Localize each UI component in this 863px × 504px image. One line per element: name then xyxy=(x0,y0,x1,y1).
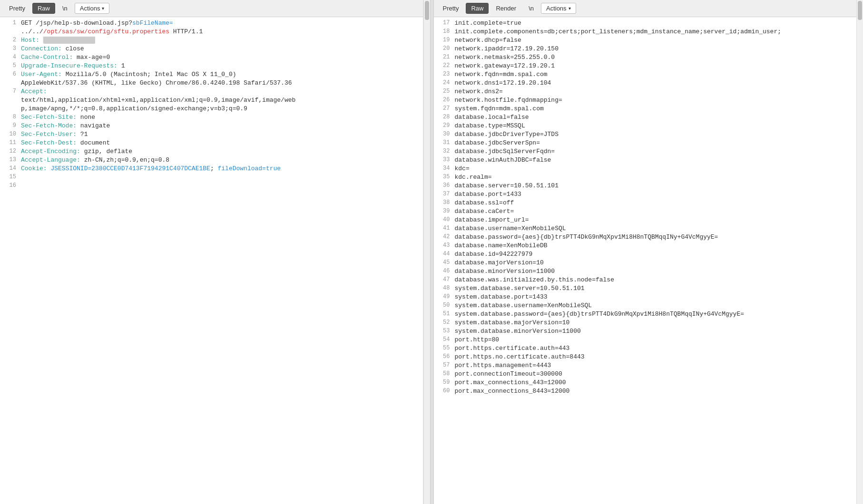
line-number: 5 xyxy=(2,62,16,69)
line-content: database.caCert= xyxy=(455,207,855,216)
table-row: p,image/apng,*/*;q=0.8,application/signe… xyxy=(0,105,423,113)
line-number: 13 xyxy=(2,156,16,163)
line-content: port.http=80 xyxy=(455,336,855,344)
table-row: 55port.https.certificate.auth=443 xyxy=(434,344,857,353)
line-number: 8 xyxy=(2,113,16,120)
line-number: 27 xyxy=(436,105,450,112)
table-row: 17init.complete=true xyxy=(434,19,857,28)
right-tab-raw[interactable]: Raw xyxy=(466,3,489,14)
left-tab-pretty[interactable]: Pretty xyxy=(4,3,30,14)
left-tab-raw[interactable]: Raw xyxy=(32,3,55,14)
line-number: 3 xyxy=(2,45,16,52)
table-row: 56port.https.no.certificate.auth=8443 xyxy=(434,353,857,361)
table-row: 12 Accept-Encoding: gzip, deflate xyxy=(0,147,423,156)
table-row: 5 Upgrade-Insecure-Requests: 1 xyxy=(0,62,423,70)
table-row: 60port.max_connections_8443=12000 xyxy=(434,387,857,396)
table-row: 31database.jdbcServerSpn= xyxy=(434,139,857,147)
table-row: 52system.database.majorVersion=10 xyxy=(434,319,857,327)
table-row: 28database.local=false xyxy=(434,113,857,122)
left-tab-newline[interactable]: \n xyxy=(57,3,73,14)
right-scrollbar-thumb[interactable] xyxy=(858,1,862,20)
table-row: 21network.netmask=255.255.0.0 xyxy=(434,53,857,62)
left-scrollbar[interactable] xyxy=(423,0,430,504)
table-row: 33database.winAuthJDBC=false xyxy=(434,156,857,165)
table-row: 23network.fqdn=mdm.spal.com xyxy=(434,70,857,79)
line-number: 11 xyxy=(2,139,16,146)
table-row: 47database.was.initialized.by.this.node=… xyxy=(434,276,857,284)
right-tab-newline[interactable]: \n xyxy=(523,3,539,14)
table-row: 24network.dns1=172.19.20.104 xyxy=(434,79,857,87)
line-number: 7 xyxy=(2,87,16,95)
line-number: 24 xyxy=(436,79,450,86)
line-content: database.local=false xyxy=(455,113,855,122)
line-number: 15 xyxy=(2,173,16,180)
left-actions-button[interactable]: Actions ▾ xyxy=(75,3,110,14)
line-number: 16 xyxy=(2,182,16,189)
table-row: 6 User-Agent: Mozilla/5.0 (Macintosh; In… xyxy=(0,70,423,79)
table-row: AppleWebKit/537.36 (KHTML, like Gecko) C… xyxy=(0,79,423,87)
line-content: database.was.initialized.by.this.node=fa… xyxy=(455,276,855,284)
line-content: database.name=XenMobileDB xyxy=(455,242,855,250)
table-row: 38database.ssl=off xyxy=(434,199,857,207)
line-content: database.minorVersion=11000 xyxy=(455,267,855,276)
line-number: 20 xyxy=(436,45,450,52)
line-content: port.https.management=4443 xyxy=(455,361,855,370)
line-number: 10 xyxy=(2,130,16,137)
table-row: 39database.caCert= xyxy=(434,207,857,216)
table-row: 3 Connection: close xyxy=(0,45,423,53)
line-content: database.password={aes}{db}trsPTT4DkG9nM… xyxy=(455,233,855,242)
line-content: GET /jsp/help-sb-download.jsp?sbFileName… xyxy=(21,19,421,28)
table-row: text/html,application/xhtml+xml,applicat… xyxy=(0,96,423,105)
left-scrollbar-thumb[interactable] xyxy=(425,1,429,20)
line-content: text/html,application/xhtml+xml,applicat… xyxy=(21,96,421,105)
right-tab-pretty[interactable]: Pretty xyxy=(438,3,464,14)
line-number: 60 xyxy=(436,387,450,394)
line-number: 48 xyxy=(436,284,450,291)
line-content: system.database.majorVersion=10 xyxy=(455,319,855,327)
table-row: 58port.connectionTimeout=300000 xyxy=(434,370,857,378)
line-content: network.hostfile.fqdnmapping= xyxy=(455,96,855,105)
table-row: 37database.port=1433 xyxy=(434,190,857,199)
table-row: 25network.dns2= xyxy=(434,87,857,96)
table-row: 53system.database.minorVersion=11000 xyxy=(434,327,857,336)
table-row: 43database.name=XenMobileDB xyxy=(434,242,857,250)
line-content: ../..//opt/sas/sw/config/sftu.properties… xyxy=(21,28,421,36)
table-row: 15 xyxy=(0,173,423,182)
table-row: 22network.gateway=172.19.20.1 xyxy=(434,62,857,70)
right-actions-button[interactable]: Actions ▾ xyxy=(541,3,576,14)
table-row: 26network.hostfile.fqdnmapping= xyxy=(434,96,857,105)
line-content: Sec-Fetch-Mode: navigate xyxy=(21,122,421,130)
line-content: database.username=XenMobileSQL xyxy=(455,224,855,233)
table-row: 57port.https.management=4443 xyxy=(434,361,857,370)
line-number: 49 xyxy=(436,293,450,300)
line-number: 14 xyxy=(2,165,16,172)
line-number: 37 xyxy=(436,190,450,197)
line-content: Accept: xyxy=(21,87,421,96)
line-content: Sec-Fetch-User: ?1 xyxy=(21,130,421,139)
table-row: 50system.database.username=XenMobileSQL xyxy=(434,301,857,310)
line-content: kdc= xyxy=(455,165,855,173)
line-number: 39 xyxy=(436,207,450,214)
line-number: 38 xyxy=(436,199,450,206)
line-number: 33 xyxy=(436,156,450,163)
line-number: 32 xyxy=(436,147,450,155)
line-number: 55 xyxy=(436,344,450,351)
line-content: init.complete=true xyxy=(455,19,855,28)
right-tab-render[interactable]: Render xyxy=(490,3,521,14)
line-content: system.database.password={aes}{db}trsPTT… xyxy=(455,310,855,319)
line-number: 52 xyxy=(436,319,450,326)
table-row: 32database.jdbcSqlServerFqdn= xyxy=(434,147,857,156)
left-actions-chevron-icon: ▾ xyxy=(102,6,104,11)
line-content: network.dns1=172.19.20.104 xyxy=(455,79,855,87)
line-number: 26 xyxy=(436,96,450,103)
table-row: 10 Sec-Fetch-User: ?1 xyxy=(0,130,423,139)
table-row: 30database.jdbcDriverType=JTDS xyxy=(434,130,857,139)
table-row: 51system.database.password={aes}{db}trsP… xyxy=(434,310,857,319)
line-content: database.jdbcServerSpn= xyxy=(455,139,855,147)
line-content: database.port=1433 xyxy=(455,190,855,199)
right-scrollbar[interactable] xyxy=(856,0,863,504)
line-number: 36 xyxy=(436,182,450,189)
line-content: port.max_connections_8443=12000 xyxy=(455,387,855,396)
line-content: kdc.realm= xyxy=(455,173,855,182)
line-content: system.database.username=XenMobileSQL xyxy=(455,301,855,310)
